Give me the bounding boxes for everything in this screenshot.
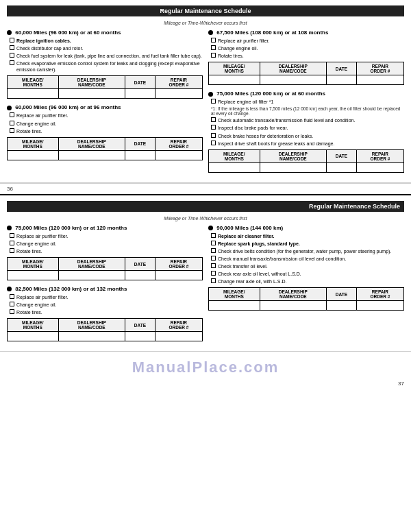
table-cell (8, 150, 59, 160)
top-subheader: Mileage or Time-Whichever occurs first (7, 21, 404, 25)
checkbox-icon (211, 248, 216, 253)
table-header: MILEAGE/MONTHS (8, 76, 59, 89)
task-item: Check drive belts condition (for the gen… (208, 248, 404, 254)
table-cell (209, 301, 260, 311)
checkbox-icon (211, 53, 216, 58)
checkbox-icon (10, 302, 14, 306)
table-header: MILEAGE/MONTHS (209, 62, 260, 75)
service-table: MILEAGE/MONTHS DEALERSHIPNAME/CODE DATE … (7, 257, 203, 280)
task-item: Check evaporative emission control syste… (7, 60, 203, 73)
service-table: MILEAGE/MONTHS DEALERSHIPNAME/CODE DATE … (7, 318, 203, 341)
table-cell (356, 75, 403, 85)
task-item: Change engine oil. (7, 121, 203, 127)
top-col-left: 60,000 Miles (96 000 km) or at 60 months… (7, 29, 203, 178)
bullet-filled-icon (7, 106, 12, 110)
table-header: DEALERSHIPNAME/CODE (58, 319, 125, 332)
table-cell (155, 271, 202, 280)
task-item: Rotate tires. (208, 53, 404, 59)
task-item: Rotate tires. (7, 248, 203, 254)
bottom-two-col: 75,000 Miles (120 000 km) or at 120 mont… (7, 225, 404, 348)
task-item: Replace spark plugs, standard type. (208, 241, 404, 247)
table-header: REPAIRORDER # (155, 319, 202, 332)
table-cell (58, 271, 125, 280)
task-item: Check rear axle oil level, without L.S.D… (208, 271, 404, 277)
table-cell (209, 162, 260, 172)
task-item: Change engine oil. (7, 241, 203, 247)
page-number-37: 37 (0, 379, 411, 388)
task-item: Replace ignition cables. (7, 38, 203, 44)
checkbox-icon (10, 38, 14, 43)
table-cell (155, 150, 202, 160)
table-header: REPAIRORDER # (356, 149, 403, 162)
checkbox-icon (10, 60, 14, 65)
table-cell (125, 89, 155, 99)
task-item: Check manual transaxle/transmission oil … (208, 256, 404, 262)
table-header: REPAIRORDER # (155, 137, 202, 150)
table-header: DEALERSHIPNAME/CODE (260, 62, 326, 75)
milestone-title-bm2: 82,500 Miles (132 000 km) or at 132 mont… (7, 286, 203, 292)
checkbox-icon (10, 128, 14, 133)
watermark-text: ManualPlace.com (132, 359, 279, 376)
checkbox-icon (211, 45, 216, 50)
table-cell (125, 271, 155, 280)
checkbox-icon (211, 271, 216, 276)
table-header: DEALERSHIPNAME/CODE (260, 288, 326, 301)
table-header: MILEAGE/MONTHS (209, 288, 260, 301)
checkbox-icon (211, 278, 216, 283)
task-item: Rotate tires. (7, 128, 203, 134)
table-cell (326, 301, 356, 311)
table-header: REPAIRORDER # (356, 62, 403, 75)
footnote: *1: If the mileage is less than 7,500 mi… (208, 106, 404, 116)
table-cell (8, 89, 59, 99)
task-item: Replace air cleaner filter. (208, 233, 404, 239)
milestone-title-bm3: 90,000 Miles (144 000 km) (208, 225, 404, 231)
checkbox-icon (211, 233, 216, 238)
checkbox-icon (10, 121, 14, 125)
checkbox-icon (211, 38, 216, 43)
table-header: MILEAGE/MONTHS (8, 258, 59, 271)
task-text: Replace ignition cables. (16, 38, 71, 44)
milestone-60k-60mo: 60,000 Miles (96 000 km) or at 60 months… (7, 29, 203, 99)
table-cell (155, 332, 202, 341)
milestone-75000-60mo: 75,000 Miles (120 000 km) or at 60 month… (208, 90, 404, 172)
service-table: MILEAGE/MONTHS DEALERSHIPNAME/CODE DATE … (208, 149, 404, 173)
table-header: DATE (125, 137, 155, 150)
checkbox-icon (211, 125, 216, 130)
checkbox-icon (10, 45, 14, 50)
table-cell (209, 75, 260, 85)
page: Regular Maintenance Schedule Mileage or … (0, 0, 411, 388)
checkbox-icon (10, 248, 14, 253)
table-header: DEALERSHIPNAME/CODE (58, 137, 125, 150)
service-table: MILEAGE/MONTHS DEALERSHIPNAME/CODE DATE … (7, 137, 203, 160)
table-header: DEALERSHIPNAME/CODE (260, 149, 326, 162)
table-header: MILEAGE/MONTHS (209, 149, 260, 162)
milestone-75k-120mo: 75,000 Miles (120 000 km) or at 120 mont… (7, 225, 203, 280)
service-table: MILEAGE/MONTHS DEALERSHIPNAME/CODE DATE … (208, 287, 404, 311)
table-header: MILEAGE/MONTHS (8, 319, 59, 332)
table-cell (260, 75, 326, 85)
bottom-half: Regular Maintenance Schedule Mileage or … (0, 195, 411, 352)
table-header: DATE (125, 76, 155, 89)
checkbox-icon (211, 256, 216, 261)
milestone-67500: 67,500 Miles (108 000 km) or at 108 mont… (208, 29, 404, 85)
service-table: MILEAGE/MONTHS DEALERSHIPNAME/CODE DATE … (7, 75, 203, 99)
bottom-section-header: Regular Maintenance Schedule (7, 201, 404, 212)
table-cell (356, 162, 403, 172)
milestone-title-3: 67,500 Miles (108 000 km) or at 108 mont… (208, 29, 404, 36)
table-cell (260, 301, 326, 311)
top-col-right: 67,500 Miles (108 000 km) or at 108 mont… (208, 29, 404, 178)
task-item: Check fuel system for leak (tank, pipe l… (7, 53, 203, 59)
table-header: MILEAGE/MONTHS (8, 137, 59, 150)
table-cell (58, 150, 125, 160)
task-item: Change engine oil. (7, 302, 203, 308)
checkbox-icon (10, 309, 14, 314)
checkbox-icon (10, 112, 14, 117)
checkbox-icon (211, 241, 216, 245)
task-text: Replace spark plugs, standard type. (218, 241, 300, 247)
task-item: Inspect drive shaft boots for grease lea… (208, 141, 404, 147)
task-item: Rotate tires. (7, 309, 203, 315)
table-cell (155, 89, 202, 99)
watermark-area: ManualPlace.com (0, 351, 411, 379)
table-header: DATE (125, 319, 155, 332)
table-cell (8, 332, 59, 341)
